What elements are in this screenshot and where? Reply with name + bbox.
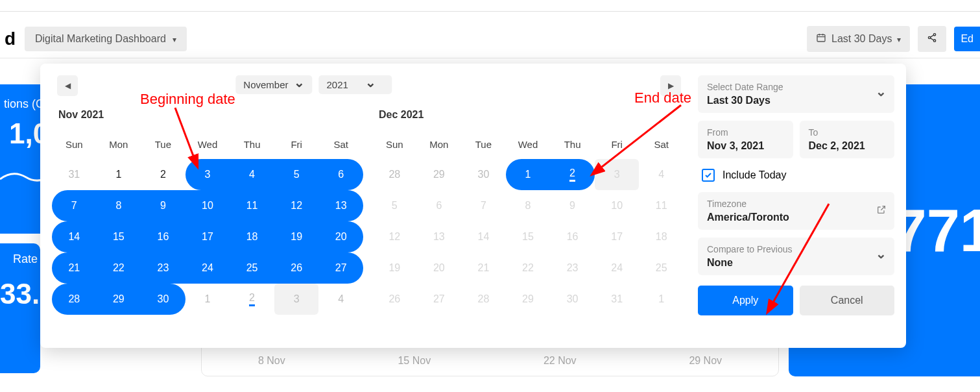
share-button[interactable] bbox=[918, 26, 946, 52]
top-border bbox=[0, 0, 980, 12]
calendar-day: 29 bbox=[506, 284, 551, 315]
calendar-day[interactable]: 23 bbox=[141, 252, 185, 284]
cancel-button[interactable]: Cancel bbox=[800, 286, 895, 315]
calendar-day[interactable]: 10 bbox=[185, 190, 230, 221]
timezone-label: Timezone bbox=[707, 199, 885, 209]
calendar-day[interactable]: 15 bbox=[97, 221, 141, 252]
calendar-day: 10 bbox=[595, 190, 639, 221]
calendar-day[interactable]: 3 bbox=[274, 284, 319, 315]
edit-button[interactable]: Ed bbox=[954, 27, 980, 51]
calendar-day[interactable]: 20 bbox=[318, 221, 363, 252]
dow-header: Sat bbox=[318, 134, 363, 159]
from-value: Nov 3, 2021 bbox=[707, 140, 784, 152]
calendar-day: 12 bbox=[372, 221, 417, 252]
to-label: To bbox=[809, 127, 886, 138]
chevron-down-icon bbox=[876, 88, 887, 100]
calendar-day[interactable]: 12 bbox=[274, 190, 319, 221]
date-picker-popover: ◀ ▶ November 2021 Nov 2021 SunMonTueWedT… bbox=[40, 64, 906, 348]
to-value: Dec 2, 2021 bbox=[809, 140, 886, 152]
calendar-day: 16 bbox=[550, 221, 595, 252]
calendar-day[interactable]: 25 bbox=[230, 252, 274, 284]
calendar-day: 25 bbox=[639, 252, 684, 284]
calendar-day[interactable]: 30 bbox=[141, 284, 185, 315]
calendar-november: Nov 2021 SunMonTueWedThuFriSat3112345678… bbox=[52, 109, 363, 339]
calendar-day: 31 bbox=[595, 284, 639, 315]
header: d Digital Marketing Dashboard Last 30 Da… bbox=[0, 19, 980, 58]
chart-xticks: 8 Nov 15 Nov 22 Nov 29 Nov bbox=[202, 355, 778, 367]
date-range-button[interactable]: Last 30 Days bbox=[807, 26, 910, 52]
dashboard-dropdown[interactable]: Digital Marketing Dashboard bbox=[25, 27, 187, 51]
range-select[interactable]: Select Date Range Last 30 Days bbox=[698, 75, 894, 113]
calendar-day[interactable]: 22 bbox=[97, 252, 141, 284]
calendar-day: 1 bbox=[639, 284, 684, 315]
calendar-day[interactable]: 4 bbox=[230, 159, 274, 190]
next-month-button[interactable]: ▶ bbox=[660, 75, 681, 96]
chevron-down-icon bbox=[876, 251, 887, 262]
calendar-day[interactable]: 11 bbox=[230, 190, 274, 221]
calendar-day[interactable]: 1 bbox=[506, 159, 551, 190]
calendar-title: Dec 2021 bbox=[372, 109, 684, 121]
from-box[interactable]: From Nov 3, 2021 bbox=[698, 121, 793, 158]
calendar-day[interactable]: 29 bbox=[417, 159, 462, 190]
calendar-day[interactable]: 5 bbox=[274, 159, 319, 190]
calendar-day[interactable]: 6 bbox=[318, 159, 363, 190]
calendar-day[interactable]: 24 bbox=[185, 252, 230, 284]
calendar-day[interactable]: 29 bbox=[97, 284, 141, 315]
apply-button[interactable]: Apply bbox=[698, 286, 793, 315]
include-today-row[interactable]: Include Today bbox=[698, 166, 894, 184]
edit-button-label: Ed bbox=[961, 33, 974, 44]
calendar-day[interactable]: 27 bbox=[318, 252, 363, 284]
calendar-day[interactable]: 2 bbox=[230, 284, 274, 315]
calendar-day[interactable]: 19 bbox=[274, 221, 319, 252]
prev-month-button[interactable]: ◀ bbox=[57, 75, 78, 96]
timezone-box[interactable]: Timezone America/Toronto bbox=[698, 192, 894, 230]
month-select[interactable]: November bbox=[235, 75, 312, 94]
kpi-tile-left-2: Rate 33. bbox=[0, 243, 40, 373]
calendar-day[interactable]: 1 bbox=[97, 159, 141, 190]
calendar-day[interactable]: 17 bbox=[185, 221, 230, 252]
calendar-day[interactable]: 2 bbox=[550, 159, 595, 190]
calendar-day: 30 bbox=[550, 284, 595, 315]
share-icon bbox=[927, 32, 937, 45]
calendar-day[interactable]: 28 bbox=[372, 159, 417, 190]
calendar-day[interactable]: 16 bbox=[141, 221, 185, 252]
chevron-down-icon bbox=[365, 79, 376, 90]
svg-rect-0 bbox=[817, 34, 825, 42]
kpi-value: 771 bbox=[894, 197, 981, 265]
dashboard-dropdown-label: Digital Marketing Dashboard bbox=[35, 33, 166, 45]
calendar-day[interactable]: 1 bbox=[185, 284, 230, 315]
calendar-day: 14 bbox=[461, 221, 506, 252]
calendar-day[interactable]: 14 bbox=[52, 221, 97, 252]
calendar-day: 24 bbox=[595, 252, 639, 284]
calendar-day[interactable]: 2 bbox=[141, 159, 185, 190]
to-box[interactable]: To Dec 2, 2021 bbox=[800, 121, 895, 158]
compare-box[interactable]: Compare to Previous None bbox=[698, 238, 894, 275]
date-picker-panel: Select Date Range Last 30 Days From Nov … bbox=[690, 64, 906, 348]
calendar-day[interactable]: 4 bbox=[318, 284, 363, 315]
calendar-title: Nov 2021 bbox=[52, 109, 363, 121]
page-title: d bbox=[0, 29, 16, 49]
calendar-day[interactable]: 26 bbox=[274, 252, 319, 284]
kpi-value: 33. bbox=[0, 278, 38, 310]
calendar-day[interactable]: 9 bbox=[141, 190, 185, 221]
calendar-day[interactable]: 3 bbox=[185, 159, 230, 190]
year-select[interactable]: 2021 bbox=[319, 75, 392, 94]
calendar-day[interactable]: 21 bbox=[52, 252, 97, 284]
calendar-icon bbox=[816, 32, 826, 45]
calendar-day: 7 bbox=[461, 190, 506, 221]
calendar-day[interactable]: 30 bbox=[461, 159, 506, 190]
calendar-day: 17 bbox=[595, 221, 639, 252]
dow-header: Tue bbox=[141, 134, 185, 159]
calendar-day: 13 bbox=[417, 221, 462, 252]
xtick: 29 Nov bbox=[689, 355, 722, 367]
calendar-day[interactable]: 7 bbox=[52, 190, 97, 221]
calendar-area: ◀ ▶ November 2021 Nov 2021 SunMonTueWedT… bbox=[40, 64, 690, 348]
calendar-day[interactable]: 31 bbox=[52, 159, 97, 190]
calendar-day[interactable]: 13 bbox=[318, 190, 363, 221]
kpi-title: Rate bbox=[0, 252, 38, 266]
calendar-day[interactable]: 28 bbox=[52, 284, 97, 315]
range-label: Select Date Range bbox=[707, 82, 885, 92]
calendar-day: 6 bbox=[417, 190, 462, 221]
calendar-day[interactable]: 8 bbox=[97, 190, 141, 221]
calendar-day[interactable]: 18 bbox=[230, 221, 274, 252]
